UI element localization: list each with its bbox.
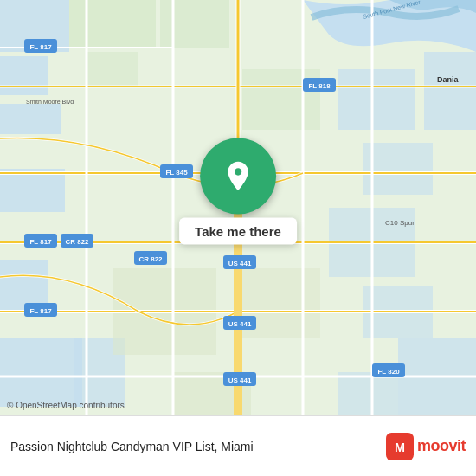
svg-rect-15 <box>69 0 156 48</box>
bottom-bar: Passion Nightclub Candyman VIP List, Mia… <box>0 415 476 476</box>
location-pin-circle <box>200 138 276 214</box>
svg-rect-14 <box>338 372 398 415</box>
svg-text:FL 818: FL 818 <box>308 82 331 90</box>
map-view: FL 817 FL 817 FL 817 FL 818 FL 845 US 44… <box>0 0 476 415</box>
svg-text:M: M <box>395 440 405 453</box>
svg-rect-4 <box>0 169 65 212</box>
svg-rect-17 <box>87 52 138 87</box>
svg-text:FL 817: FL 817 <box>29 43 52 51</box>
svg-rect-16 <box>160 0 229 48</box>
svg-text:FL 820: FL 820 <box>377 368 400 376</box>
svg-text:CR 822: CR 822 <box>65 238 89 246</box>
moovit-logo: M moovit <box>386 433 466 460</box>
take-me-there-button[interactable]: Take me there <box>179 138 297 244</box>
svg-text:C10 Spur: C10 Spur <box>385 219 415 227</box>
svg-rect-8 <box>338 69 415 130</box>
svg-rect-6 <box>0 338 82 407</box>
svg-rect-2 <box>0 56 48 95</box>
svg-text:FL 817: FL 817 <box>29 307 52 315</box>
svg-text:Dania: Dania <box>437 75 460 84</box>
svg-rect-10 <box>363 143 433 195</box>
svg-text:US 441: US 441 <box>228 260 252 267</box>
svg-text:Smith Moore Blvd: Smith Moore Blvd <box>26 99 74 105</box>
moovit-brand-text: moovit <box>417 437 466 455</box>
location-name: Passion Nightclub Candyman VIP List, Mia… <box>10 440 386 453</box>
svg-text:US 441: US 441 <box>228 376 252 384</box>
map-attribution: © OpenStreetMap contributors <box>7 401 125 410</box>
svg-rect-3 <box>0 104 61 134</box>
svg-rect-9 <box>424 52 476 130</box>
moovit-icon: M <box>386 433 414 460</box>
take-me-there-label: Take me there <box>179 217 297 244</box>
svg-text:US 441: US 441 <box>228 320 252 328</box>
svg-text:FL 817: FL 817 <box>29 238 52 246</box>
svg-text:CR 822: CR 822 <box>138 255 163 263</box>
